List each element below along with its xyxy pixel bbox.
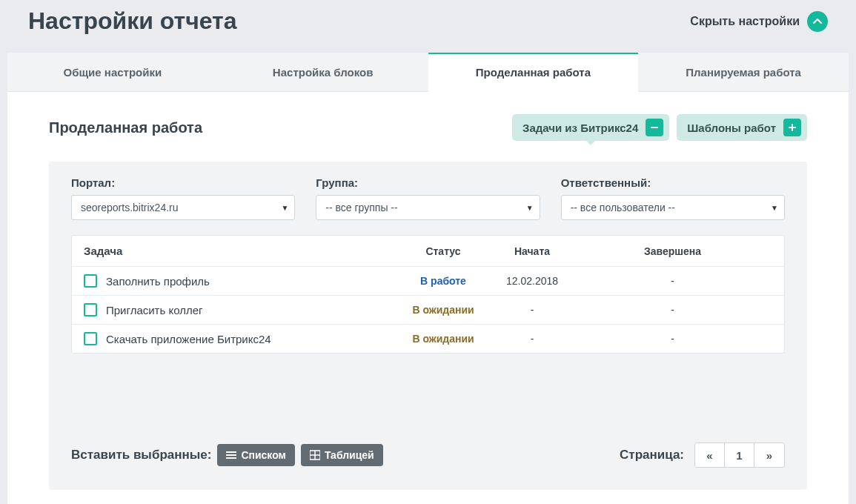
pager: « 1 » bbox=[694, 442, 785, 468]
task-finished: - bbox=[573, 275, 772, 287]
col-task: Задача bbox=[84, 245, 395, 257]
svg-rect-2 bbox=[789, 127, 796, 128]
task-status: В работе bbox=[395, 275, 491, 287]
task-started: - bbox=[491, 333, 573, 345]
hide-settings-label: Скрыть настройки bbox=[690, 15, 800, 28]
task-finished: - bbox=[573, 333, 772, 345]
task-started: - bbox=[491, 304, 573, 316]
insert-table-label: Таблицей bbox=[325, 449, 374, 461]
pill-bitrix-tasks[interactable]: Задачи из Битрикс24 bbox=[512, 114, 669, 141]
table-row: Пригласить коллег В ожидании - - bbox=[72, 296, 784, 325]
col-finished: Завершена bbox=[573, 245, 772, 257]
pager-prev[interactable]: « bbox=[695, 443, 725, 467]
task-table: Задача Статус Начата Завершена Заполнить… bbox=[71, 235, 785, 354]
task-started: 12.02.2018 bbox=[491, 275, 573, 287]
row-checkbox[interactable] bbox=[84, 303, 97, 316]
col-status: Статус bbox=[395, 245, 491, 257]
pager-next[interactable]: » bbox=[754, 443, 784, 467]
portal-label: Портал: bbox=[71, 176, 295, 189]
page-title: Настройки отчета bbox=[28, 7, 237, 35]
insert-as-list-button[interactable]: Списком bbox=[217, 444, 295, 466]
table-header: Задача Статус Начата Завершена bbox=[72, 236, 784, 267]
caret-down-icon: ▼ bbox=[526, 204, 534, 212]
col-started: Начата bbox=[491, 245, 573, 257]
pill-bitrix-tasks-label: Задачи из Битрикс24 bbox=[522, 122, 638, 134]
page-label: Страница: bbox=[620, 448, 684, 462]
tabs: Общие настройки Настройка блоков Продела… bbox=[7, 53, 849, 92]
filter-panel: Портал: seoreports.bitrix24.ru ▼ Группа:… bbox=[49, 162, 807, 490]
caret-down-icon: ▼ bbox=[771, 204, 778, 212]
tab-done-work[interactable]: Проделанная работа bbox=[428, 53, 639, 92]
insert-list-label: Списком bbox=[241, 449, 286, 461]
minus-icon bbox=[646, 119, 663, 136]
svg-rect-3 bbox=[226, 451, 236, 453]
chevron-up-icon bbox=[807, 11, 828, 32]
task-name: Заполнить профиль bbox=[106, 275, 210, 288]
svg-rect-4 bbox=[226, 454, 236, 456]
section-title: Проделанная работа bbox=[49, 119, 202, 136]
portal-value: seoreports.bitrix24.ru bbox=[81, 202, 179, 213]
table-row: Скачать приложение Битрикс24 В ожидании … bbox=[72, 325, 784, 353]
task-finished: - bbox=[573, 304, 772, 316]
svg-rect-0 bbox=[651, 127, 658, 128]
insert-as-table-button[interactable]: Таблицей bbox=[301, 444, 383, 466]
table-icon bbox=[310, 450, 320, 460]
row-checkbox[interactable] bbox=[84, 274, 97, 288]
pager-current[interactable]: 1 bbox=[725, 443, 754, 467]
group-value: -- все группы -- bbox=[325, 202, 397, 213]
caret-down-icon: ▼ bbox=[281, 204, 288, 212]
hide-settings-toggle[interactable]: Скрыть настройки bbox=[690, 11, 828, 32]
table-row: Заполнить профиль В работе 12.02.2018 - bbox=[72, 267, 784, 296]
row-checkbox[interactable] bbox=[84, 332, 97, 345]
list-icon bbox=[226, 450, 236, 460]
responsible-value: -- все пользователи -- bbox=[571, 202, 675, 213]
plus-icon bbox=[783, 119, 801, 136]
task-status: В ожидании bbox=[395, 333, 491, 345]
insert-label: Вставить выбранные: bbox=[71, 448, 211, 462]
task-status: В ожидании bbox=[395, 304, 491, 316]
pill-work-templates-label: Шаблоны работ bbox=[687, 122, 776, 134]
settings-card: Общие настройки Настройка блоков Продела… bbox=[7, 53, 849, 504]
tab-blocks[interactable]: Настройка блоков bbox=[218, 53, 428, 92]
task-name: Скачать приложение Битрикс24 bbox=[106, 333, 271, 345]
svg-rect-5 bbox=[226, 457, 236, 459]
group-select[interactable]: -- все группы -- ▼ bbox=[316, 195, 540, 220]
responsible-select[interactable]: -- все пользователи -- ▼ bbox=[561, 195, 785, 220]
tab-planned-work[interactable]: Планируемая работа bbox=[638, 53, 849, 92]
portal-select[interactable]: seoreports.bitrix24.ru ▼ bbox=[71, 195, 295, 220]
responsible-label: Ответственный: bbox=[561, 176, 785, 189]
pill-work-templates[interactable]: Шаблоны работ bbox=[677, 114, 807, 141]
task-name: Пригласить коллег bbox=[106, 304, 203, 316]
group-label: Группа: bbox=[316, 176, 540, 189]
tab-general[interactable]: Общие настройки bbox=[7, 53, 218, 92]
